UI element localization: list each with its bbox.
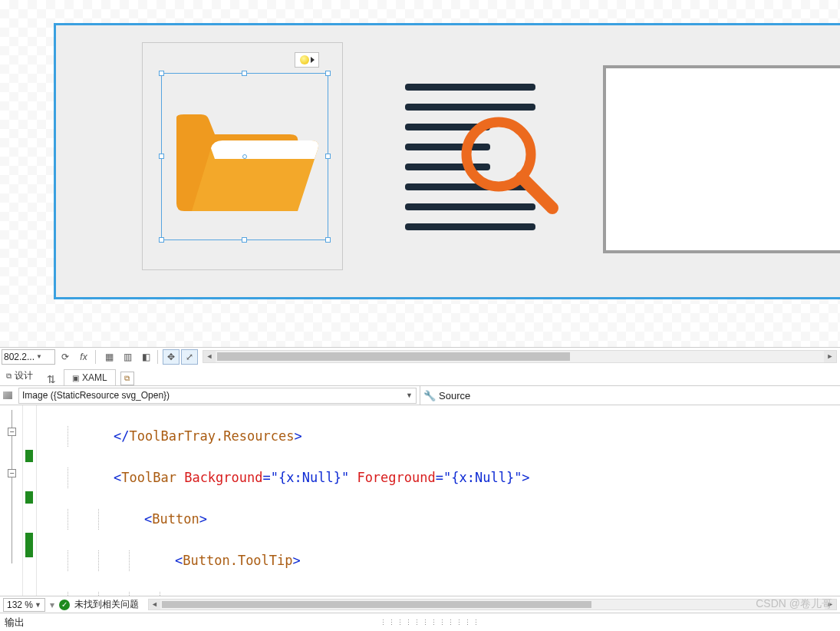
property-name: Source (439, 390, 470, 401)
code-line[interactable]: </ToolBarTray.Resources> (37, 426, 840, 447)
scroll-right-icon[interactable]: ► (824, 351, 836, 362)
editor-zoom-combo[interactable]: 132 % ▼ (3, 598, 45, 612)
scroll-thumb[interactable] (217, 352, 570, 361)
ok-marker (25, 491, 33, 504)
separator: ▾ (50, 600, 54, 610)
output-label: 输出 (5, 616, 25, 629)
blank-panel[interactable] (603, 65, 840, 253)
xaml-tab[interactable]: ▣ XAML (64, 369, 116, 385)
design-tab[interactable]: ⧉ 设计 (3, 367, 39, 385)
designer-hscroll[interactable]: ◄ ► (203, 350, 837, 363)
view-tabs: ⧉ 设计 ⇅ ▣ XAML ⧉ (0, 365, 840, 385)
refresh-button[interactable]: ⟳ (57, 349, 74, 365)
code-line[interactable]: <Button.ToolTip> (37, 550, 840, 571)
code-line[interactable]: <TextBlock Text="Open" FontSize="14" Fon… (37, 592, 840, 596)
selection-center (242, 154, 247, 159)
resize-handle[interactable] (325, 71, 331, 76)
resize-handle[interactable] (242, 71, 247, 76)
separator (157, 350, 158, 364)
fold-toggle[interactable]: − (8, 469, 16, 477)
ok-marker (25, 533, 33, 557)
output-panel-header[interactable]: 输出 ⋮⋮⋮⋮⋮⋮⋮⋮⋮⋮⋮⋮ (0, 613, 840, 631)
chevron-down-icon: ▼ (35, 601, 41, 609)
editor-status-bar: 132 % ▼ ▾ ✓ 未找到相关问题 ◄ ► (0, 596, 840, 613)
separator (95, 350, 96, 364)
designer-surface[interactable] (0, 0, 840, 347)
code-body[interactable]: </ToolBarTray.Resources> <ToolBar Backgr… (37, 405, 840, 596)
scroll-left-icon[interactable]: ◄ (149, 600, 160, 610)
designer-toolbar: 802.2... ▼ ⟳ fx ▦ ▥ ◧ ✥ ⤢ ◄ ► (0, 347, 840, 365)
element-path-text: Image ({StaticResource svg_Open}) (22, 390, 170, 401)
code-line[interactable]: <Button> (37, 509, 840, 530)
xaml-editor[interactable]: − − </ToolBarTray.Resources> <ToolBar Ba… (0, 405, 840, 596)
editor-hscroll[interactable]: ◄ ► (148, 599, 837, 610)
resize-handle[interactable] (325, 154, 331, 159)
smart-tag-lightbulb[interactable] (295, 52, 319, 68)
effects-button[interactable]: ◧ (137, 349, 154, 365)
popout-button[interactable]: ⧉ (120, 372, 134, 385)
chevron-right-icon (311, 57, 315, 63)
svg-line-1 (522, 177, 552, 208)
element-path-combo[interactable]: Image ({StaticResource svg_Open}) ▼ (18, 388, 417, 404)
zoom-value: 802.2... (4, 352, 35, 362)
ok-marker (25, 450, 33, 462)
grid-4-button[interactable]: ▦ (100, 349, 117, 365)
outline-gutter[interactable]: − − (0, 405, 23, 596)
scroll-right-icon[interactable]: ► (825, 600, 836, 610)
drag-dots-icon[interactable]: ⋮⋮⋮⋮⋮⋮⋮⋮⋮⋮⋮⋮ (380, 619, 481, 626)
resize-handle[interactable] (159, 154, 164, 159)
xaml-tab-label: XAML (82, 372, 107, 383)
fit-button[interactable]: ⤢ (181, 349, 198, 365)
scroll-left-icon[interactable]: ◄ (203, 351, 216, 362)
wrench-icon: 🔧 (423, 390, 436, 401)
button-search-tile[interactable] (370, 42, 571, 270)
resize-handle[interactable] (242, 237, 247, 243)
chevron-down-icon: ▼ (406, 391, 413, 399)
xaml-nav-bar: Image ({StaticResource svg_Open}) ▼ 🔧 So… (0, 385, 840, 405)
error-strip (23, 405, 37, 596)
issues-text: 未找到相关问题 (74, 598, 139, 611)
resize-handle[interactable] (159, 237, 164, 243)
zoom-combo[interactable]: 802.2... ▼ (2, 349, 55, 365)
fx-button[interactable]: fx (75, 349, 92, 365)
xaml-glyph-icon: ▣ (72, 374, 79, 382)
fold-toggle[interactable]: − (8, 428, 16, 436)
designer-glyph-icon: ⧉ (6, 372, 12, 381)
design-tab-label: 设计 (15, 369, 33, 382)
scroll-thumb[interactable] (162, 601, 591, 608)
selection-adorner[interactable] (161, 73, 328, 240)
resize-handle[interactable] (325, 237, 331, 243)
chevron-down-icon: ▼ (36, 353, 42, 360)
resize-handle[interactable] (159, 71, 164, 76)
swap-panes-button[interactable]: ⇅ (47, 373, 56, 385)
bounds-button[interactable]: ✥ (163, 349, 180, 365)
grid-snap-button[interactable]: ▥ (119, 349, 136, 365)
element-icon (3, 391, 12, 399)
editor-zoom-value: 132 % (7, 600, 33, 610)
code-line[interactable]: <ToolBar Background="{x:Null}" Foregroun… (37, 467, 840, 488)
magnifier-icon (459, 114, 558, 214)
lightbulb-icon (300, 55, 309, 64)
no-issues-icon: ✓ (59, 600, 70, 610)
